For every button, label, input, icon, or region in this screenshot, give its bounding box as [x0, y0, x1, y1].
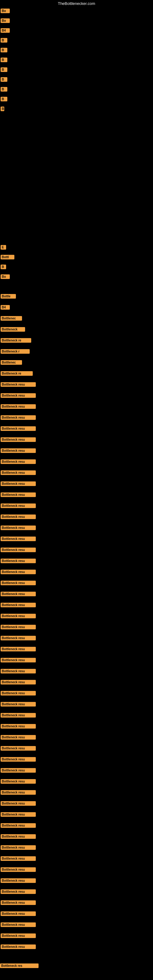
badge-b72: Bottleneck resu	[1, 912, 36, 916]
badge-b36: Bottleneck resu	[1, 514, 36, 519]
badge-b40: Bottleneck resu	[1, 558, 36, 563]
badge-b19: Bottleneck	[1, 327, 25, 332]
badge-b41: Bottleneck resu	[1, 570, 36, 574]
badge-b24: Bottleneck resu	[1, 382, 36, 387]
badge-b54: Bottleneck resu	[1, 713, 36, 718]
badge-b12: E	[1, 245, 6, 250]
badge-b44: Bottleneck resu	[1, 603, 36, 607]
badge-b61: Bottleneck resu	[1, 790, 36, 795]
badge-b6: B	[1, 57, 7, 62]
badge-b48: Bottleneck resu	[1, 647, 36, 651]
badge-b71: Bottleneck resu	[1, 900, 36, 905]
badge-b31: Bottleneck resu	[1, 460, 36, 464]
badge-b69: Bottleneck resu	[1, 878, 36, 883]
badge-b30: Bottleneck resu	[1, 449, 36, 453]
badge-b63: Bottleneck resu	[1, 812, 36, 817]
badge-b5: B	[1, 48, 7, 52]
badge-b35: Bottleneck resu	[1, 503, 36, 508]
badge-b50: Bottleneck resu	[1, 669, 36, 673]
site-title: TheBottlenecker.com	[58, 1, 95, 6]
badge-b23: Bottleneck re	[1, 371, 33, 376]
badge-b53: Bottleneck resu	[1, 702, 36, 706]
badge-b17: B4	[1, 305, 10, 310]
badge-b18: Bottlenec	[1, 316, 22, 321]
badge-b16: Bottle	[1, 294, 16, 299]
badge-b67: Bottleneck resu	[1, 856, 36, 861]
badge-b73: Bottleneck resu	[1, 923, 36, 927]
badge-b55: Bottleneck resu	[1, 724, 36, 729]
badge-b74: Bottleneck resu	[1, 934, 36, 938]
badge-b42: Bottleneck resu	[1, 581, 36, 585]
badge-b10: B	[1, 97, 7, 101]
badge-b52: Bottleneck resu	[1, 691, 36, 695]
badge-b21: Bottleneck r	[1, 349, 30, 354]
badge-b38: Bottleneck resu	[1, 536, 36, 541]
badge-b64: Bottleneck resu	[1, 823, 36, 828]
badge-b66: Bottleneck resu	[1, 845, 36, 850]
badge-b28: Bottleneck resu	[1, 426, 36, 431]
badge-b1: Bo	[1, 9, 10, 13]
badge-b37: Bottleneck resu	[1, 525, 36, 530]
badge-b58: Bottleneck resu	[1, 757, 36, 762]
badge-b70: Bottleneck resu	[1, 889, 36, 894]
badge-b26: Bottleneck resu	[1, 404, 36, 409]
badge-b46: Bottleneck resu	[1, 625, 36, 629]
badge-b39: Bottleneck resu	[1, 547, 36, 552]
badge-b68: Bottleneck resu	[1, 867, 36, 872]
badge-b13: Bottl	[1, 255, 14, 259]
badge-b15: Bo	[1, 274, 10, 279]
badge-b27: Bottleneck resu	[1, 415, 36, 420]
badge-b34: Bottleneck resu	[1, 492, 36, 497]
badge-b47: Bottleneck resu	[1, 636, 36, 640]
badge-b56: Bottleneck resu	[1, 735, 36, 740]
badge-b20: Bottleneck re	[1, 338, 31, 343]
badge-b65: Bottleneck resu	[1, 834, 36, 839]
badge-b62: Bottleneck resu	[1, 801, 36, 806]
badge-b51: Bottleneck resu	[1, 680, 36, 684]
badge-b7: B	[1, 67, 7, 72]
badge-b43: Bottleneck resu	[1, 592, 36, 596]
badge-b60: Bottleneck resu	[1, 779, 36, 784]
badge-b3: B4	[1, 28, 10, 33]
badge-b75: Bottleneck resu	[1, 945, 36, 949]
badge-b57: Bottleneck resu	[1, 746, 36, 751]
badge-b76: Bottleneck res	[0, 964, 38, 968]
badge-b49: Bottleneck resu	[1, 658, 36, 662]
badge-b9: B	[1, 87, 7, 92]
badge-b11: B	[1, 107, 4, 111]
badge-b14: B	[1, 265, 6, 269]
badge-b8: B	[1, 77, 7, 82]
badge-b59: Bottleneck resu	[1, 768, 36, 773]
badge-b29: Bottleneck resu	[1, 438, 36, 442]
badge-b45: Bottleneck resu	[1, 614, 36, 618]
badge-b33: Bottleneck resu	[1, 481, 36, 486]
badge-b32: Bottleneck resu	[1, 470, 36, 475]
badge-b22: Bottlenec	[1, 360, 22, 365]
badge-b2: Bo	[1, 18, 10, 23]
badge-b25: Bottleneck resu	[1, 393, 36, 398]
badge-b4: B	[1, 38, 7, 43]
